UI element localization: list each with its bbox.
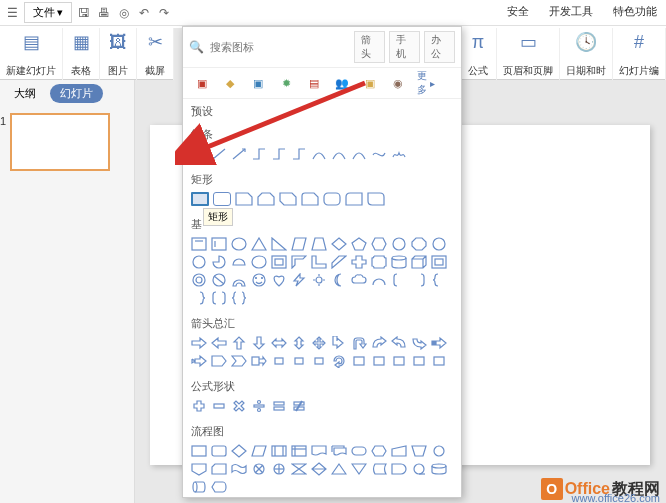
seq-storage-shape[interactable] [411, 462, 427, 476]
equal-shape[interactable] [271, 399, 287, 413]
callout-arrow-shape[interactable] [371, 354, 387, 368]
undo-icon[interactable]: ↶ [136, 5, 152, 21]
striped-arrow-shape[interactable] [431, 336, 447, 350]
ribbon-new-slide[interactable]: ▤ 新建幻灯片 [0, 28, 63, 80]
heptagon-shape[interactable] [391, 237, 407, 251]
tab-slides[interactable]: 幻灯片 [50, 84, 103, 103]
stored-shape[interactable] [371, 462, 387, 476]
slide-thumbnail[interactable]: 1 [10, 113, 110, 171]
sort-shape[interactable] [311, 462, 327, 476]
arrow-left-shape[interactable] [211, 336, 227, 350]
brace-shape[interactable] [431, 273, 447, 287]
direct-storage-shape[interactable] [191, 480, 207, 494]
preview-icon[interactable]: ◎ [116, 5, 132, 21]
callout-arrow-shape[interactable] [311, 354, 327, 368]
color-icon[interactable]: 👥 [333, 74, 351, 92]
tag-office[interactable]: 办公 [424, 31, 455, 63]
save-icon[interactable]: 🖫 [76, 5, 92, 21]
frame-shape[interactable] [271, 255, 287, 269]
bent-arrow-shape[interactable] [331, 336, 347, 350]
sun-shape[interactable] [311, 273, 327, 287]
curve-shape[interactable] [351, 147, 367, 161]
mag-disk-shape[interactable] [431, 462, 447, 476]
ribbon-datetime[interactable]: 🕓 日期和时 [560, 28, 613, 80]
snip-rect-shape[interactable] [257, 192, 275, 206]
notched-arrow-shape[interactable] [191, 354, 207, 368]
tab-security[interactable]: 安全 [503, 2, 533, 21]
no-symbol-shape[interactable] [211, 273, 227, 287]
card-shape[interactable] [211, 462, 227, 476]
arrow-line-shape[interactable] [231, 147, 247, 161]
cross-shape[interactable] [351, 255, 367, 269]
chevron-shape[interactable] [231, 354, 247, 368]
line-shape[interactable] [191, 147, 207, 161]
pie-shape[interactable] [211, 255, 227, 269]
delay-shape[interactable] [391, 462, 407, 476]
snip-rect-shape[interactable] [279, 192, 297, 206]
extract-shape[interactable] [331, 462, 347, 476]
cloud-shape[interactable] [351, 273, 367, 287]
bracket-shape[interactable] [391, 273, 407, 287]
merge-shape[interactable] [351, 462, 367, 476]
quad-arrow-shape[interactable] [311, 336, 327, 350]
l-shape[interactable] [311, 255, 327, 269]
internal-shape[interactable] [291, 444, 307, 458]
tag-phone[interactable]: 手机 [389, 31, 420, 63]
multiply-shape[interactable] [231, 399, 247, 413]
round-snip-shape[interactable] [301, 192, 319, 206]
round-rect-shape[interactable] [345, 192, 363, 206]
oval-shape[interactable] [231, 237, 247, 251]
tag-arrow[interactable]: 箭头 [354, 31, 385, 63]
divide-shape[interactable] [251, 399, 267, 413]
decagon-shape[interactable] [431, 237, 447, 251]
preparation-shape[interactable] [371, 444, 387, 458]
document-shape[interactable] [311, 444, 327, 458]
display-shape[interactable] [211, 480, 227, 494]
offpage-shape[interactable] [191, 462, 207, 476]
brace-shape[interactable] [191, 291, 207, 305]
color-icon[interactable]: ✹ [277, 74, 295, 92]
callout-arrow-shape[interactable] [411, 354, 427, 368]
tab-outline[interactable]: 大纲 [4, 84, 46, 103]
arrow-lr-shape[interactable] [271, 336, 287, 350]
predef-shape[interactable] [271, 444, 287, 458]
round-rect-shape[interactable] [323, 192, 341, 206]
curve-shape[interactable] [331, 147, 347, 161]
moon-shape[interactable] [331, 273, 347, 287]
color-icon[interactable]: ◆ [221, 74, 239, 92]
parallelogram-shape[interactable] [291, 237, 307, 251]
teardrop-shape[interactable] [251, 255, 267, 269]
process-shape[interactable] [191, 444, 207, 458]
pentagon-shape[interactable] [351, 237, 367, 251]
ribbon-table[interactable]: ▦ 表格 [63, 28, 100, 80]
diag-stripe-shape[interactable] [331, 255, 347, 269]
lightning-shape[interactable] [291, 273, 307, 287]
tab-features[interactable]: 特色功能 [609, 2, 661, 21]
scribble-shape[interactable] [391, 147, 407, 161]
uturn-arrow-shape[interactable] [351, 336, 367, 350]
manual-op-shape[interactable] [411, 444, 427, 458]
line-shape[interactable] [211, 147, 227, 161]
chord-shape[interactable] [231, 255, 247, 269]
freeform-shape[interactable] [371, 147, 387, 161]
plus-shape[interactable] [191, 399, 207, 413]
color-icon[interactable]: ▣ [193, 74, 211, 92]
hexagon-shape[interactable] [371, 237, 387, 251]
minus-shape[interactable] [211, 399, 227, 413]
callout-arrow-shape[interactable] [391, 354, 407, 368]
connector-shape[interactable] [431, 444, 447, 458]
curved-arrow-shape[interactable] [411, 336, 427, 350]
color-icon[interactable]: ▣ [249, 74, 267, 92]
multidoc-shape[interactable] [331, 444, 347, 458]
rectangle-shape[interactable] [191, 192, 209, 206]
arc-shape[interactable] [371, 273, 387, 287]
callout-arrow-shape[interactable] [251, 354, 267, 368]
octagon-shape[interactable] [411, 237, 427, 251]
double-bracket-shape[interactable] [211, 291, 227, 305]
dodecagon-shape[interactable] [191, 255, 207, 269]
shape-search-input[interactable] [208, 39, 350, 55]
textbox-v-shape[interactable] [211, 237, 227, 251]
arrow-up-shape[interactable] [231, 336, 247, 350]
can-shape[interactable] [391, 255, 407, 269]
ribbon-image[interactable]: 🖼 图片 [100, 28, 137, 80]
